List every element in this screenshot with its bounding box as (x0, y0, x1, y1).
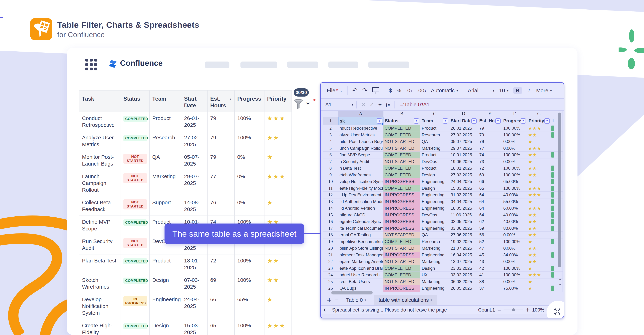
row-number[interactable]: 20 (323, 245, 338, 252)
cell-progress-bar[interactable] (551, 185, 563, 192)
row-number[interactable]: 3 (323, 132, 338, 138)
column-header-team[interactable]: Team (150, 90, 182, 112)
font-family-select[interactable]: Arial▾ (468, 88, 494, 94)
cell-task[interactable]: mpetitive Benchmarking (338, 238, 384, 245)
cell-team[interactable]: Research (420, 132, 449, 138)
column-header-progress[interactable]: Progress (234, 90, 264, 112)
cell-priority[interactable]: ★★ (527, 232, 551, 238)
column-header-start-date[interactable]: Start Date (182, 90, 208, 112)
paint-format-button[interactable] (372, 89, 379, 92)
cell-task[interactable]: blish App Store Listings (338, 245, 384, 252)
cell-team[interactable]: Product (420, 125, 449, 132)
row-number[interactable]: 18 (323, 232, 338, 238)
cell-status[interactable]: IN PROGRESS (384, 218, 420, 225)
cell-team[interactable]: Engineering (420, 225, 449, 232)
cell-task[interactable]: ild Android Version (338, 205, 384, 212)
filter-dropdown-button[interactable]: ▼ (495, 118, 501, 124)
cell-priority[interactable]: ★ (527, 238, 551, 245)
row-number[interactable]: 6 (323, 152, 338, 158)
cell-progress[interactable]: 65.00% (502, 178, 527, 185)
cell-est-hours[interactable]: 72 (478, 165, 502, 172)
cell-start-date[interactable]: 29.07.2025 (449, 145, 478, 152)
cell-task[interactable]: etch Wireframes (338, 172, 384, 178)
filter-dropdown-button[interactable]: ▼ (544, 118, 550, 124)
cell-team[interactable]: Marketing (420, 278, 449, 285)
cell-est-hours[interactable]: 47 (478, 245, 502, 252)
cell-status[interactable]: NOT STARTED (384, 258, 420, 265)
cell-start-date[interactable]: 18.01.2025 (449, 165, 478, 172)
row-number[interactable]: 12 (323, 192, 338, 198)
cell-est-hours[interactable]: 64 (478, 198, 502, 205)
cell-priority[interactable]: ★★ (527, 252, 551, 258)
cell-status[interactable]: NOT STARTED (384, 145, 420, 152)
row-number[interactable]: 9 (323, 172, 338, 178)
sheet-header-priority[interactable]: Priority▼ (527, 117, 551, 125)
cell-est-hours[interactable]: 73 (478, 158, 502, 165)
cell-start-date[interactable]: 21.07.2025 (449, 245, 478, 252)
cell-status[interactable]: COMPLETED (384, 238, 420, 245)
cell-start-date[interactable]: 15.03.2025 (449, 185, 478, 192)
bold-button[interactable]: B (513, 87, 522, 94)
cell-progress[interactable]: 80.00% (502, 225, 527, 232)
cell-task[interactable]: unch Campaign Rollout (338, 145, 384, 152)
sheet-header-est-hou[interactable]: Est. Hou▼ (478, 117, 502, 125)
cell-est-hours[interactable]: 56 (478, 232, 502, 238)
cell-start-date[interactable]: 04.04.2025 (449, 198, 478, 205)
expand-icon[interactable] (554, 308, 561, 315)
cell-task[interactable]: ernal QA Testing (338, 232, 384, 238)
cell-priority[interactable]: ★★ (527, 225, 551, 232)
cell-est-hours[interactable]: 79 (478, 138, 502, 145)
cell-est-hours[interactable]: 64 (478, 205, 502, 212)
cell-priority[interactable]: ★ (527, 158, 551, 165)
cell-est-hours[interactable]: 66 (478, 178, 502, 185)
cell-start-date[interactable]: 19.02.2025 (449, 238, 478, 245)
cell-progress-bar[interactable] (551, 232, 563, 238)
cell-start-date[interactable]: 18.05.2025 (449, 205, 478, 212)
cell-team[interactable]: Engineering (420, 285, 449, 292)
cell-progress-bar[interactable] (551, 218, 563, 225)
cell-progress-bar[interactable] (551, 132, 563, 138)
row-number[interactable]: 14 (323, 205, 338, 212)
cell-est-hours[interactable]: 37 (478, 285, 502, 292)
cell-progress-bar[interactable] (551, 145, 563, 152)
cell-start-date[interactable]: 13.07.2025 (449, 258, 478, 265)
row-number[interactable]: 1 (323, 117, 338, 125)
zoom-in-button[interactable]: + (526, 306, 530, 314)
cell-task[interactable]: velop Notification Syster (338, 178, 384, 185)
cell-status[interactable]: COMPLETED (384, 172, 420, 178)
scroll-down-icon[interactable]: ▼ (559, 283, 562, 286)
cell-start-date[interactable]: 05.07.2025 (449, 138, 478, 145)
cell-progress[interactable]: 75.00% (502, 285, 527, 292)
italic-button[interactable]: I (526, 87, 531, 94)
cell-team[interactable]: Engineering (420, 192, 449, 198)
cell-start-date[interactable]: 27.06.2025 (449, 232, 478, 238)
cell-task[interactable]: epare Marketing Assets (338, 258, 384, 265)
cell-priority[interactable]: ★ (527, 265, 551, 272)
cell-status[interactable]: IN PROGRESS (384, 178, 420, 185)
cell-status[interactable]: COMPLETED (384, 185, 420, 192)
cell-start-date[interactable]: 31.03.2025 (449, 192, 478, 198)
cell-start-date[interactable]: 03.02.2025 (449, 272, 478, 278)
cell-task[interactable]: cruit Beta Users (338, 278, 384, 285)
cell-est-hours[interactable]: 59 (478, 225, 502, 232)
font-size-select[interactable]: 10▾ (499, 88, 508, 94)
cell-est-hours[interactable]: 79 (478, 125, 502, 132)
cell-task[interactable]: t Up Dev Environment (338, 192, 384, 198)
cell-progress-bar[interactable] (551, 225, 563, 232)
cell-progress-bar[interactable] (551, 245, 563, 252)
cell-status[interactable]: IN PROGRESS (384, 192, 420, 198)
cell-task[interactable]: nduct Retrospective (338, 125, 384, 132)
row-number[interactable]: 11 (323, 185, 338, 192)
row-number[interactable]: 4 (323, 138, 338, 145)
cell-est-hours[interactable]: 64 (478, 212, 502, 218)
cell-start-date[interactable]: 19.06.2025 (449, 158, 478, 165)
column-header-est-hours[interactable]: Est. Hours▲ (208, 90, 234, 112)
cell-task[interactable]: nitor Post-Launch Bugs (338, 138, 384, 145)
cell-progress[interactable]: 100.00% (502, 265, 527, 272)
filter-dropdown-button[interactable]: ▼ (377, 118, 382, 124)
filter-dropdown-button[interactable]: ▼ (520, 118, 526, 124)
cell-task[interactable]: ild Authentication Modul (338, 198, 384, 205)
cell-reference-box[interactable]: A1 ▼ (321, 102, 354, 108)
sheet-header-progress[interactable]: Progress▼ (502, 117, 527, 125)
increase-decimal-button[interactable]: .00↓ (417, 88, 426, 94)
